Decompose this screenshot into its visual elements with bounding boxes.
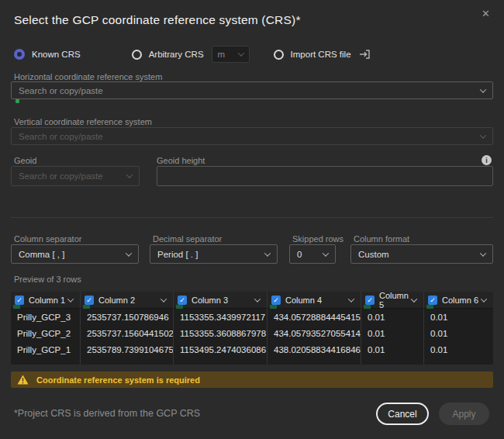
warning-triangle-icon bbox=[17, 375, 29, 385]
green-marker bbox=[83, 305, 90, 309]
column-header-label: Column 1 bbox=[29, 296, 65, 305]
apply-button[interactable]: Apply bbox=[439, 403, 489, 425]
crs-type-radio-group: Known CRS Arbitrary CRS m Import CRS fil… bbox=[14, 46, 371, 63]
import-file-icon bbox=[359, 49, 371, 60]
chevron-down-icon bbox=[480, 250, 486, 256]
column-header-label: Column 3 bbox=[192, 296, 228, 305]
table-cell: 0.01 bbox=[424, 325, 493, 341]
table-row: Prilly_GCP_2 2535737.1560441502 1153355.… bbox=[11, 325, 493, 341]
cancel-button[interactable]: Cancel bbox=[376, 403, 429, 425]
vertical-crs-label: Vertical coordinate reference system bbox=[14, 117, 152, 126]
table-cell: 2535789.7399104675 bbox=[81, 341, 174, 358]
table-cell: 434.05793527055414 bbox=[268, 325, 361, 341]
chevron-down-icon[interactable] bbox=[254, 296, 261, 302]
skipped-rows-label: Skipped rows bbox=[292, 234, 343, 244]
chevron-down-icon bbox=[126, 171, 133, 178]
chevron-down-icon[interactable] bbox=[348, 296, 354, 302]
column-header-label: Column 2 bbox=[98, 296, 135, 305]
radio-known-crs-label: Known CRS bbox=[32, 50, 81, 59]
column-header[interactable]: ✓ Column 1 bbox=[11, 292, 81, 309]
warning-banner: Coordinate reference system is required bbox=[11, 372, 493, 388]
column-header[interactable]: ✓ Column 4 bbox=[268, 292, 361, 309]
geoid-height-input[interactable] bbox=[157, 166, 493, 186]
info-icon[interactable]: i bbox=[482, 155, 492, 165]
chevron-down-icon bbox=[323, 250, 329, 256]
geoid-label: Geoid bbox=[14, 156, 36, 165]
chevron-down-icon[interactable] bbox=[161, 296, 167, 302]
cursor-marker-dot bbox=[16, 99, 19, 103]
column-header-label: Column 5 bbox=[379, 291, 412, 309]
column-separator-label: Column separator bbox=[14, 234, 81, 244]
chevron-down-icon bbox=[264, 250, 271, 256]
chevron-down-icon bbox=[480, 132, 486, 138]
radio-import-crs-file[interactable]: Import CRS file bbox=[274, 50, 351, 60]
green-marker bbox=[13, 305, 20, 309]
chevron-down-icon bbox=[237, 50, 243, 56]
radio-import-crs-file-label: Import CRS file bbox=[291, 50, 351, 59]
table-cell: 0.01 bbox=[424, 309, 493, 325]
green-marker bbox=[364, 305, 371, 309]
table-cell: 1153355.3608867978 bbox=[174, 325, 268, 341]
skipped-rows-select[interactable]: 0 bbox=[289, 244, 336, 264]
table-cell: 434.05728884445415 bbox=[268, 309, 361, 325]
close-icon[interactable]: ✕ bbox=[478, 5, 493, 22]
chevron-down-icon bbox=[480, 86, 486, 92]
table-cell: 438.02058834416846 bbox=[268, 341, 361, 358]
column-format-label: Column format bbox=[354, 234, 409, 244]
column-header-label: Column 6 bbox=[442, 296, 478, 305]
radio-selected-icon bbox=[14, 49, 25, 60]
checkbox-checked-icon[interactable]: ✓ bbox=[178, 296, 187, 305]
table-row: Prilly_GCP_1 2535789.7399104675 1153495.… bbox=[11, 341, 493, 358]
radio-known-crs[interactable]: Known CRS bbox=[14, 49, 81, 60]
geoid-height-label: Geoid height bbox=[157, 156, 205, 165]
horizontal-crs-placeholder: Search or copy/paste bbox=[19, 86, 103, 95]
section-divider bbox=[11, 217, 493, 218]
radio-unselected-icon bbox=[132, 50, 142, 60]
vertical-crs-combobox[interactable]: Search or copy/paste bbox=[11, 127, 493, 145]
preview-label: Preview of 3 rows bbox=[14, 275, 81, 284]
skipped-rows-value: 0 bbox=[297, 250, 302, 259]
radio-unselected-icon bbox=[274, 50, 284, 60]
arbitrary-unit-select[interactable]: m bbox=[212, 46, 250, 63]
gcp-crs-dialog: Select the GCP coordinate reference syst… bbox=[0, 0, 504, 439]
table-cell: Prilly_GCP_1 bbox=[11, 341, 81, 358]
table-cell: Prilly_GCP_3 bbox=[11, 309, 81, 325]
green-marker bbox=[176, 305, 183, 309]
green-marker bbox=[426, 305, 433, 309]
column-header[interactable]: ✓ Column 3 bbox=[174, 292, 268, 309]
column-separator-value: Comma [ , ] bbox=[19, 250, 64, 259]
checkbox-checked-icon[interactable]: ✓ bbox=[15, 296, 24, 305]
checkbox-checked-icon[interactable]: ✓ bbox=[365, 296, 375, 305]
column-header[interactable]: ✓ Column 6 bbox=[424, 292, 493, 309]
table-cell: 2535737.150786946 bbox=[81, 309, 174, 325]
table-cell: 0.01 bbox=[424, 341, 493, 358]
decimal-separator-select[interactable]: Period [ . ] bbox=[150, 244, 278, 264]
table-cell: 1153355.3439972117 bbox=[174, 309, 268, 325]
decimal-separator-label: Decimal separator bbox=[153, 234, 222, 244]
table-cell: 2535737.1560441502 bbox=[81, 325, 174, 341]
geoid-placeholder: Search or copy/paste bbox=[19, 171, 103, 181]
radio-arbitrary-crs[interactable]: Arbitrary CRS bbox=[132, 50, 204, 60]
column-separator-select[interactable]: Comma [ , ] bbox=[11, 244, 139, 264]
column-header[interactable]: ✓ Column 2 bbox=[81, 292, 174, 309]
chevron-down-icon[interactable] bbox=[481, 296, 487, 302]
table-cell: 1153495.2474036086 bbox=[174, 341, 268, 358]
horizontal-crs-label: Horizontal coordinate reference system bbox=[14, 72, 162, 81]
checkbox-checked-icon[interactable]: ✓ bbox=[428, 296, 437, 305]
checkbox-checked-icon[interactable]: ✓ bbox=[271, 296, 281, 305]
column-header[interactable]: ✓ Column 5 bbox=[361, 292, 424, 309]
table-cell: 0.01 bbox=[361, 341, 424, 358]
geoid-combobox[interactable]: Search or copy/paste bbox=[11, 166, 140, 186]
column-header-label: Column 4 bbox=[285, 296, 322, 305]
dialog-title: Select the GCP coordinate reference syst… bbox=[14, 13, 301, 27]
chevron-down-icon[interactable] bbox=[411, 296, 417, 302]
checkbox-checked-icon[interactable]: ✓ bbox=[85, 296, 94, 305]
horizontal-crs-combobox[interactable]: Search or copy/paste bbox=[11, 81, 493, 99]
column-format-select[interactable]: Custom bbox=[350, 244, 493, 264]
table-cell: 0.01 bbox=[361, 309, 424, 325]
green-marker bbox=[270, 305, 277, 309]
preview-table: ✓ Column 1 ✓ Column 2 ✓ Column 3 ✓ Colum… bbox=[11, 292, 493, 365]
project-crs-note: *Project CRS is derived from the GCP CRS bbox=[14, 408, 200, 419]
table-header-row: ✓ Column 1 ✓ Column 2 ✓ Column 3 ✓ Colum… bbox=[11, 292, 493, 309]
chevron-down-icon[interactable] bbox=[67, 296, 74, 302]
